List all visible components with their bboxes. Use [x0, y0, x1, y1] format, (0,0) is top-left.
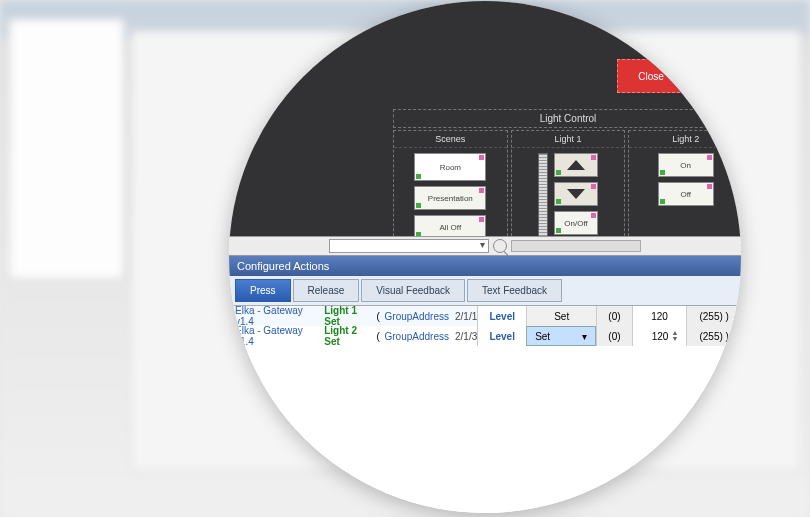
tab-text-feedback[interactable]: Text Feedback: [467, 279, 562, 302]
marker-icon: [660, 199, 665, 204]
light1-down-button[interactable]: [554, 182, 598, 206]
marker-icon: [591, 184, 596, 189]
paren: (: [376, 311, 379, 322]
light1-onoff-label: On/Off: [564, 219, 587, 228]
light1-header: Light 1: [512, 131, 625, 148]
scenes-column: Scenes Room Presentation All Off: [393, 130, 508, 246]
marker-icon: [416, 174, 421, 179]
paren: (: [376, 331, 379, 342]
op-dropdown[interactable]: Set ▾: [526, 326, 596, 346]
min-cell: (0): [596, 326, 631, 346]
scene-room-label: Room: [440, 163, 461, 172]
light1-column: Light 1: [511, 130, 626, 246]
zoom-slider[interactable]: [511, 240, 641, 252]
tab-visual-label: Visual Feedback: [376, 285, 450, 296]
marker-icon: [660, 170, 665, 175]
scenes-header: Scenes: [394, 131, 507, 148]
light-control-title: Light Control: [393, 109, 741, 128]
gateway-name: Elka - Gateway v1.4: [235, 305, 321, 327]
value-input: 120: [652, 331, 669, 342]
status-bar: [229, 236, 741, 256]
arrow-up-icon: [567, 160, 585, 170]
light-control-group: Light Control Scenes Room Presentation: [393, 109, 741, 246]
group-address-label: GroupAddress: [385, 311, 449, 322]
marker-icon: [707, 184, 712, 189]
group-address-label: GroupAddress: [385, 331, 449, 342]
marker-icon: [707, 155, 712, 160]
close-label: Close: [638, 71, 664, 82]
level-cell: Level: [477, 326, 526, 346]
marker-icon: [556, 199, 561, 204]
marker-icon: [479, 188, 484, 193]
configured-actions-header: Configured Actions: [229, 256, 741, 276]
light2-on-button[interactable]: On: [658, 153, 714, 177]
tab-release-label: Release: [308, 285, 345, 296]
value-spinner[interactable]: 120 ▲▼: [632, 326, 687, 346]
op-cell: Set: [526, 306, 596, 326]
tab-text-label: Text Feedback: [482, 285, 547, 296]
address-value: 2/1/1: [455, 311, 477, 322]
light2-on-label: On: [680, 161, 691, 170]
arrow-down-icon: [567, 189, 585, 199]
tab-release[interactable]: Release: [293, 279, 360, 302]
tab-press[interactable]: Press: [235, 279, 291, 302]
action-row[interactable]: Elka - Gateway v1.4 Light 2 Set ( GroupA…: [229, 326, 741, 346]
light-set-name: Light 1 Set: [324, 305, 373, 327]
zoom-dropdown[interactable]: [329, 239, 489, 253]
marker-icon: [591, 155, 596, 160]
light1-slider[interactable]: [538, 153, 548, 239]
light1-onoff-button[interactable]: On/Off: [554, 211, 598, 235]
light2-off-label: Off: [680, 190, 691, 199]
op-value: Set: [535, 331, 550, 342]
gateway-name: Elka - Gateway v1.4: [235, 325, 321, 347]
tab-press-label: Press: [250, 285, 276, 296]
scene-room-button[interactable]: Room: [414, 153, 486, 181]
scene-presentation-label: Presentation: [428, 194, 473, 203]
configured-actions-label: Configured Actions: [237, 260, 329, 272]
marker-icon: [556, 170, 561, 175]
tab-visual-feedback[interactable]: Visual Feedback: [361, 279, 465, 302]
scene-alloff-label: All Off: [440, 223, 462, 232]
marker-icon: [591, 213, 596, 218]
action-tabs: Press Release Visual Feedback Text Feedb…: [229, 276, 741, 306]
action-row[interactable]: Elka - Gateway v1.4 Light 1 Set ( GroupA…: [229, 306, 741, 326]
address-value: 2/1/3: [455, 331, 477, 342]
marker-icon: [479, 217, 484, 222]
scene-presentation-button[interactable]: Presentation: [414, 186, 486, 210]
light1-up-button[interactable]: [554, 153, 598, 177]
marker-icon: [556, 228, 561, 233]
spinner-arrows-icon: ▲▼: [671, 330, 678, 342]
min-cell: (0): [596, 306, 631, 326]
light2-off-button[interactable]: Off: [658, 182, 714, 206]
marker-icon: [479, 155, 484, 160]
chevron-down-icon: ▾: [582, 331, 587, 342]
marker-icon: [416, 203, 421, 208]
magnified-lens: Close Light Control Scenes Room Prese: [229, 1, 741, 513]
magnify-icon[interactable]: [493, 239, 507, 253]
value-cell: 120: [632, 306, 687, 326]
level-cell: Level: [477, 306, 526, 326]
light-set-name: Light 2 Set: [324, 325, 373, 347]
